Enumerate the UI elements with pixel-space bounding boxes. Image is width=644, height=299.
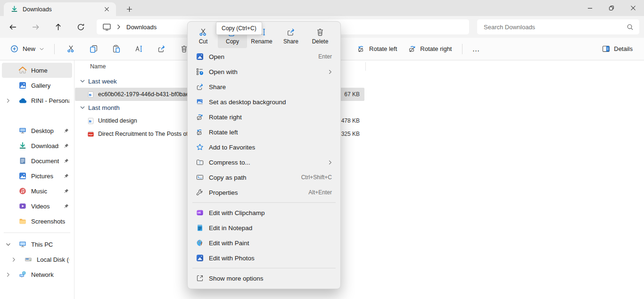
copy-icon[interactable] xyxy=(82,41,105,57)
image-file-icon xyxy=(87,117,94,125)
sidebar-item-this-pc[interactable]: This PC xyxy=(2,237,72,252)
rotate-left-button[interactable]: Rotate left xyxy=(352,41,403,57)
this-pc-breadcrumb-icon[interactable] xyxy=(102,23,111,31)
sidebar-item-screenshots[interactable]: Screenshots xyxy=(2,214,72,229)
window-controls xyxy=(579,0,644,16)
menu-item-label: Add to Favorites xyxy=(209,144,255,151)
menu-item-share[interactable]: Share xyxy=(190,79,339,94)
menu-item-compress-to[interactable]: Compress to... xyxy=(190,155,339,170)
search-icon[interactable] xyxy=(627,24,634,31)
pin-icon xyxy=(63,173,69,179)
menu-item-open[interactable]: Open Enter xyxy=(190,49,339,64)
cut-icon xyxy=(199,28,207,36)
share-icon[interactable] xyxy=(150,41,173,57)
navigation-pane: Home Gallery RINI - Personal Desktop xyxy=(0,60,74,299)
sidebar-item-label: Desktop xyxy=(31,127,54,134)
rename-icon[interactable] xyxy=(127,41,150,57)
group-label: Last week xyxy=(88,78,117,85)
new-tab-icon[interactable] xyxy=(123,3,136,15)
menu-item-edit-in-notepad[interactable]: Edit in Notepad xyxy=(190,220,339,235)
group-chevron-icon[interactable] xyxy=(80,80,85,83)
menu-item-label: Open with xyxy=(209,68,238,75)
menu-item-show-more-options[interactable]: Show more options xyxy=(190,271,339,286)
sidebar-item-desktop[interactable]: Desktop xyxy=(2,123,72,138)
sidebar-item-local-disk[interactable]: Local Disk (C:) xyxy=(2,252,72,267)
group-chevron-icon[interactable] xyxy=(80,106,85,109)
menu-shortcut: Enter xyxy=(318,53,332,60)
minimize-icon[interactable] xyxy=(579,0,601,16)
sidebar-item-label: Network xyxy=(31,271,54,278)
quick-cut-button[interactable]: Cut xyxy=(189,24,218,48)
expand-chevron-icon[interactable] xyxy=(2,272,14,277)
sidebar-item-videos[interactable]: Videos xyxy=(2,199,72,214)
paste-icon[interactable] xyxy=(105,41,127,57)
forward-icon[interactable] xyxy=(28,20,42,34)
menu-item-add-to-favorites[interactable]: Add to Favorites xyxy=(190,140,339,155)
tab-close-icon[interactable] xyxy=(101,4,112,15)
menu-item-label: Show more options xyxy=(209,275,264,282)
close-window-icon[interactable] xyxy=(622,0,644,16)
sidebar-item-documents[interactable]: Documents xyxy=(2,153,72,168)
menu-item-open-with[interactable]: Open with xyxy=(190,64,339,79)
see-more-icon[interactable]: … xyxy=(467,45,485,53)
column-header-name[interactable]: Name xyxy=(90,63,106,70)
back-icon[interactable] xyxy=(6,20,20,34)
search-box[interactable] xyxy=(477,19,639,34)
toolbar-divider-2 xyxy=(462,44,462,54)
column-divider[interactable] xyxy=(365,62,366,71)
menu-item-set-as-background[interactable]: Set as desktop background xyxy=(190,94,339,109)
menu-item-label: Edit in Notepad xyxy=(209,224,252,232)
sidebar-item-pictures[interactable]: Pictures xyxy=(2,168,72,183)
menu-item-edit-with-paint[interactable]: Edit with Paint xyxy=(190,235,339,250)
cut-icon[interactable] xyxy=(59,41,82,57)
sidebar-item-downloads[interactable]: Downloads xyxy=(2,138,72,153)
menu-item-label: Edit with Clipchamp xyxy=(209,209,265,216)
menu-item-rotate-right[interactable]: Rotate right xyxy=(190,109,339,125)
menu-item-edit-with-clipchamp[interactable]: Edit with Clipchamp xyxy=(190,205,339,220)
menu-item-copy-as-path[interactable]: Copy as path Ctrl+Shift+C xyxy=(190,170,339,185)
quick-action-label: Cut xyxy=(199,38,208,45)
quick-actions-row: Cut Copy Rename Share Delete xyxy=(188,22,340,49)
expand-chevron-icon[interactable] xyxy=(8,257,20,262)
download-icon xyxy=(11,6,18,13)
sidebar-item-home[interactable]: Home xyxy=(2,63,72,78)
menu-item-rotate-left[interactable]: Rotate left xyxy=(190,125,339,140)
column-header-row: Name xyxy=(75,60,644,73)
menu-item-properties[interactable]: Properties Alt+Enter xyxy=(190,185,339,200)
set-background-icon xyxy=(196,98,204,106)
show-more-options-icon xyxy=(196,274,204,282)
chevron-right-icon[interactable] xyxy=(117,24,121,30)
open-with-icon xyxy=(196,68,204,75)
explorer-tab[interactable]: Downloads xyxy=(4,2,116,16)
rotate-right-button[interactable]: Rotate right xyxy=(403,41,457,57)
folder-icon xyxy=(18,217,27,225)
collapse-chevron-icon[interactable] xyxy=(2,243,14,246)
up-icon[interactable] xyxy=(51,20,65,34)
share-icon xyxy=(196,83,204,91)
search-input[interactable] xyxy=(483,23,627,31)
menu-item-label: Copy as path xyxy=(209,174,247,181)
chevron-down-icon xyxy=(40,48,44,50)
quick-delete-button[interactable]: Delete xyxy=(305,24,335,48)
menu-item-edit-with-photos[interactable]: Edit with Photos xyxy=(190,250,339,266)
sidebar-item-onedrive[interactable]: RINI - Personal xyxy=(2,93,72,108)
sidebar-item-music[interactable]: Music xyxy=(2,183,72,199)
quick-action-label: Delete xyxy=(312,38,329,45)
restore-icon[interactable] xyxy=(601,0,622,16)
sidebar-item-label: Music xyxy=(31,188,47,195)
sidebar-item-gallery[interactable]: Gallery xyxy=(2,78,72,93)
menu-divider xyxy=(192,268,336,268)
sidebar-item-label: This PC xyxy=(31,241,53,248)
sidebar-item-network[interactable]: Network xyxy=(2,267,72,282)
quick-share-button[interactable]: Share xyxy=(276,24,305,48)
pin-icon xyxy=(63,128,69,134)
new-button[interactable]: New xyxy=(5,41,50,57)
expand-chevron-icon[interactable] xyxy=(2,98,14,103)
rotate-right-label: Rotate right xyxy=(420,45,452,52)
details-button[interactable]: Details xyxy=(596,41,638,57)
breadcrumb-item[interactable]: Downloads xyxy=(126,24,157,31)
titlebar: Downloads xyxy=(0,0,644,16)
refresh-icon[interactable] xyxy=(74,20,88,34)
videos-icon xyxy=(18,202,27,210)
group-label: Last month xyxy=(88,104,120,111)
